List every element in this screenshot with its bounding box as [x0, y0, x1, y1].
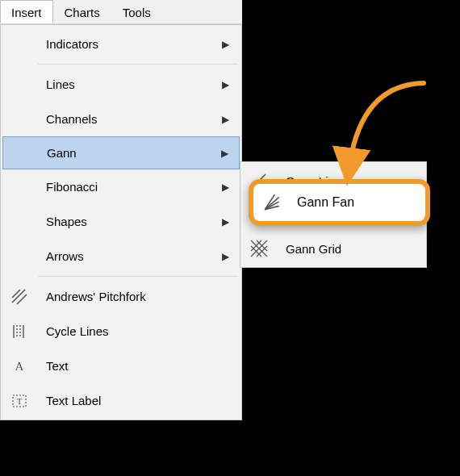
menubar-item-charts[interactable]: Charts [53, 0, 111, 23]
pitchfork-icon [2, 279, 36, 314]
spacer-icon [2, 102, 36, 136]
callout-label: Gann Fan [291, 195, 425, 210]
menu-item-arrows[interactable]: Arrows ▶ [2, 239, 240, 273]
gann-fan-icon [253, 193, 291, 212]
dropdown-insert: Indicators ▶ Lines ▶ Channels ▶ Gann ▶ F… [0, 24, 242, 420]
menu-item-label: Andrews' Pitchfork [36, 290, 240, 303]
gann-grid-icon [242, 232, 276, 265]
submenu-item-label: Gann Grid [276, 242, 424, 256]
menu-item-shapes[interactable]: Shapes ▶ [2, 204, 240, 239]
spacer-icon [2, 169, 36, 204]
svg-text:A: A [15, 360, 24, 373]
menu-item-gann[interactable]: Gann ▶ [2, 136, 240, 169]
menu-item-label: Text [36, 359, 240, 373]
submenu-arrow-icon: ▶ [222, 79, 240, 90]
menu-item-cycle-lines[interactable]: Cycle Lines [2, 314, 240, 349]
menubar-item-insert[interactable]: Insert [0, 0, 53, 23]
menu-item-label: Fibonacci [36, 180, 222, 194]
menubar-label: Tools [123, 6, 151, 19]
svg-text:T: T [17, 396, 23, 406]
menu-item-text-label[interactable]: T Text Label [2, 383, 240, 418]
menu-item-label: Text Label [36, 394, 240, 407]
menu-item-fibonacci[interactable]: Fibonacci ▶ [2, 169, 240, 204]
menu-item-label: Cycle Lines [36, 324, 240, 338]
menubar: Insert Charts Tools [0, 0, 242, 24]
spacer-icon [2, 67, 36, 102]
submenu-item-gann-grid[interactable]: Gann Grid [242, 232, 424, 265]
submenu-arrow-icon: ▶ [221, 148, 239, 159]
menu-item-text[interactable]: A Text [2, 349, 240, 383]
menu-item-label: Gann [37, 146, 221, 160]
submenu-arrow-icon: ▶ [222, 251, 240, 262]
spacer-icon [2, 27, 36, 61]
menu-item-label: Indicators [36, 37, 222, 51]
submenu-arrow-icon: ▶ [222, 182, 240, 193]
spacer-icon [3, 137, 37, 169]
spacer-icon [2, 239, 36, 273]
submenu-arrow-icon: ▶ [222, 39, 240, 50]
menu-item-label: Shapes [36, 215, 222, 228]
text-label-icon: T [2, 383, 36, 418]
pointer-arrow-icon [307, 77, 436, 190]
menu-item-andrews-pitchfork[interactable]: Andrews' Pitchfork [2, 279, 240, 314]
submenu-arrow-icon: ▶ [222, 216, 240, 228]
menu-separator [38, 276, 238, 277]
menu-item-label: Channels [36, 112, 222, 126]
menu-item-lines[interactable]: Lines ▶ [2, 67, 240, 102]
menu-item-label: Arrows [36, 249, 222, 263]
menu-item-indicators[interactable]: Indicators ▶ [2, 27, 240, 61]
menubar-item-tools[interactable]: Tools [111, 0, 162, 23]
cycle-lines-icon [2, 314, 36, 349]
menu-item-label: Lines [36, 77, 222, 91]
text-icon: A [2, 349, 36, 383]
menubar-label: Charts [65, 6, 100, 19]
menubar-label: Insert [11, 6, 42, 19]
spacer-icon [2, 204, 36, 239]
submenu-arrow-icon: ▶ [222, 114, 240, 125]
menu-separator [38, 64, 238, 65]
menu-item-channels[interactable]: Channels ▶ [2, 102, 240, 136]
